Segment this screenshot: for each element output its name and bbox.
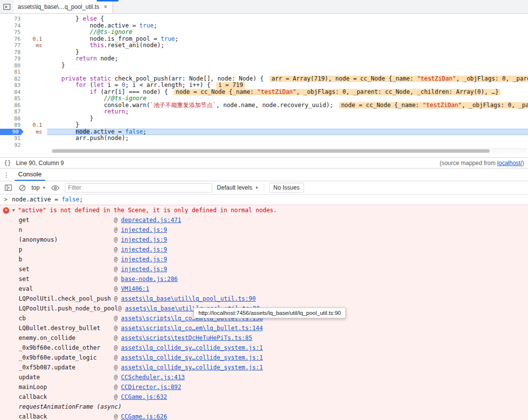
log-levels-selector[interactable]: Default levels ▼: [217, 184, 259, 191]
stack-frame-function: update: [19, 374, 114, 381]
stack-frame-link[interactable]: CCGame.js:632: [121, 393, 167, 400]
code-line-content[interactable]: this.reset_ani(node);: [47, 42, 528, 49]
stack-frame: n@injected.js:9: [0, 225, 528, 235]
code-line-content[interactable]: if (arr[i] === node) {node = cc_Node {_n…: [47, 89, 528, 96]
code-line-content[interactable]: for (let i = 0; i < arr.length; i++) {i …: [47, 82, 528, 89]
line-number[interactable]: 91: [0, 135, 24, 142]
scrollbar-thumb[interactable]: [52, 149, 490, 153]
chevron-down-icon: ▼: [255, 186, 259, 190]
code-line-content[interactable]: }: [47, 49, 528, 56]
console-filter-input[interactable]: [65, 183, 212, 193]
line-number[interactable]: 88: [0, 115, 24, 122]
at-symbol: @: [114, 384, 117, 391]
line-number[interactable]: 80: [0, 62, 24, 69]
expander-triangle-icon[interactable]: ▼: [12, 208, 15, 213]
stack-frame-link[interactable]: injected.js:9: [121, 266, 167, 273]
stack-frame-link[interactable]: assets\lq_collide_sy…collide_system.js:1: [121, 354, 263, 361]
at-symbol: @: [118, 305, 121, 312]
code-line: 84 if (arr[i] === node) {node = cc_Node …: [0, 89, 528, 96]
code-line: 91 arr.push(node);: [0, 135, 528, 142]
editor-horizontal-scrollbar[interactable]: [51, 148, 527, 153]
code-line-content[interactable]: console.warn(`池子不能重复添加节点`, node.name, no…: [47, 102, 528, 109]
code-line-content[interactable]: return;: [47, 109, 528, 115]
stack-frame-link[interactable]: assets\scripts\testDcHeTuHePiTs.ts:85: [121, 335, 252, 341]
line-number[interactable]: 81: [0, 69, 24, 76]
stack-frame-function: LQPoolUtil.push_node_to_pool: [19, 305, 118, 312]
stack-frame: p@injected.js:9: [0, 245, 528, 254]
log-levels-label: Default levels: [217, 184, 252, 191]
stack-frame-link[interactable]: injected.js:9: [121, 246, 167, 253]
at-symbol: @: [114, 226, 117, 233]
stack-frame-function: cb: [19, 315, 114, 322]
line-number[interactable]: 77: [0, 42, 24, 49]
stack-frame-function: set: [19, 266, 114, 273]
stack-frame: _0x9bf60e.collide_other@assets\lq_collid…: [0, 343, 528, 353]
stack-frame-link[interactable]: CCGame.js:626: [121, 413, 167, 420]
stack-frame-link[interactable]: assets\lq_collide_sy…collide_system.js:1: [121, 344, 263, 351]
stack-frame: callback@CCGame.js:626: [0, 412, 528, 420]
stack-frame-link[interactable]: injected.js:9: [121, 236, 167, 243]
code-line-content[interactable]: } else {: [47, 16, 528, 23]
stack-frame-link[interactable]: injected.js:9: [121, 226, 167, 233]
code-line-content[interactable]: node.active = false;: [47, 129, 528, 136]
line-number[interactable]: 85: [0, 95, 24, 102]
code-line: 86 console.warn(`池子不能重复添加节点`, node.name,…: [0, 102, 528, 109]
code-line-content[interactable]: }: [47, 122, 528, 129]
line-number[interactable]: 83: [0, 82, 24, 89]
stack-frame-link[interactable]: deprecated.js:471: [121, 217, 181, 224]
stack-frame-link[interactable]: assets\scripts\lq_co…em\lq_bullet.ts:144: [121, 325, 263, 332]
stack-frame-link[interactable]: assets\lq_collide_sy…collide_system.js:1: [121, 364, 263, 371]
tab-console[interactable]: Console: [15, 168, 45, 181]
perf-timing: [24, 23, 47, 29]
stack-frame-link[interactable]: CCScheduler.js:413: [121, 374, 185, 381]
line-number[interactable]: 86: [0, 102, 24, 109]
stack-frame: mainLoop@CCDirector.js:892: [0, 382, 528, 392]
live-expression-button[interactable]: [51, 183, 60, 192]
issues-counter-button[interactable]: No Issues: [269, 183, 304, 193]
breakpoint-line-number[interactable]: 90: [0, 129, 24, 136]
code-line-content[interactable]: }: [47, 115, 528, 122]
console-sidebar-toggle-button[interactable]: [4, 183, 13, 192]
stack-frame-link[interactable]: VM1406:1: [121, 285, 149, 292]
more-options-button[interactable]: ⋮: [0, 168, 13, 181]
pretty-print-button[interactable]: {}: [4, 160, 11, 167]
line-number[interactable]: 82: [0, 76, 24, 83]
navigator-toggle-button[interactable]: [0, 0, 14, 13]
line-number[interactable]: 78: [0, 49, 24, 56]
javascript-context-selector[interactable]: top ▼: [31, 184, 46, 191]
close-icon[interactable]: ×: [103, 3, 109, 10]
stack-frame-function: _0x9bf60e.collide_other: [19, 344, 114, 351]
file-tab[interactable]: assets\lq_base\…q_pool_util.ts ×: [14, 0, 113, 13]
stack-frame-link[interactable]: CCDirector.js:892: [121, 384, 181, 391]
stack-frame-link[interactable]: assets\lq_base\util\lq_pool_util.ts:90: [121, 295, 256, 302]
stack-frame-link[interactable]: injected.js:9: [121, 256, 167, 263]
code-line-content[interactable]: [47, 69, 528, 76]
line-number[interactable]: 89: [0, 122, 24, 129]
code-line-content[interactable]: return node;: [47, 56, 528, 62]
stack-frame-function: p: [19, 246, 114, 253]
stack-frame-link[interactable]: base-node.js:286: [121, 276, 178, 282]
code-line-content[interactable]: }: [47, 62, 528, 69]
code-line-content[interactable]: private static check_pool_push(arr: Node…: [47, 76, 528, 83]
code-line-content[interactable]: //@ts-ignore: [47, 95, 528, 102]
line-number[interactable]: 75: [0, 29, 24, 36]
line-number[interactable]: 74: [0, 23, 24, 29]
line-number[interactable]: 84: [0, 89, 24, 96]
code-line-content[interactable]: node.active = true;: [47, 23, 528, 29]
line-number[interactable]: 73: [0, 16, 24, 23]
at-symbol: @: [114, 335, 117, 341]
code-line-content[interactable]: [47, 142, 528, 149]
source-map-link[interactable]: localhost/: [497, 160, 522, 167]
code-line-content[interactable]: arr.push(node);: [47, 135, 528, 142]
code-editor[interactable]: 73 } else {74 node.active = true;75 //@t…: [0, 14, 528, 153]
line-number[interactable]: 79: [0, 56, 24, 62]
line-number[interactable]: 92: [0, 142, 24, 149]
line-number[interactable]: 76: [0, 36, 24, 43]
clear-console-button[interactable]: [18, 183, 27, 192]
code-line-content[interactable]: //@ts-ignore: [47, 29, 528, 36]
line-number[interactable]: 87: [0, 109, 24, 115]
at-symbol: @: [114, 315, 117, 322]
error-header[interactable]: ✕ ▼ "active" is not defined in the Scene…: [0, 205, 528, 215]
code-line-content[interactable]: node.is_from_pool = true;: [47, 36, 528, 43]
clear-console-icon: [19, 184, 26, 192]
